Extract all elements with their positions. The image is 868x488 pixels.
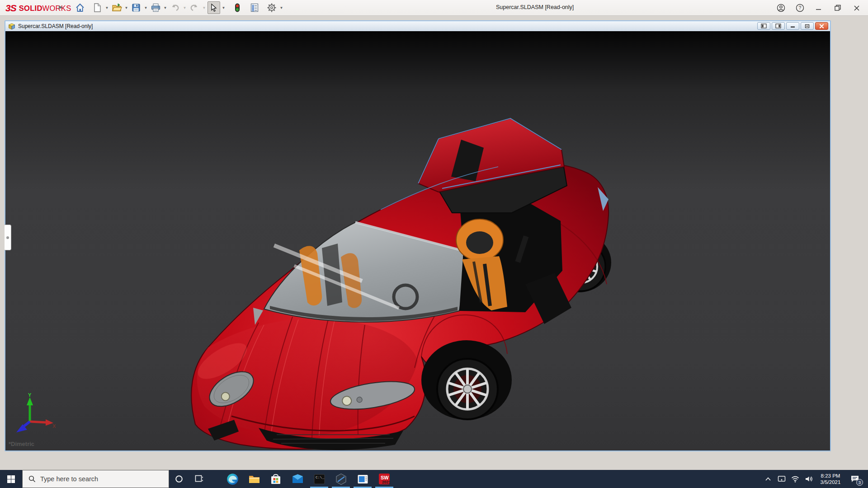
taskbar-solidworks[interactable]: SW 2021 bbox=[373, 470, 395, 488]
open-dropdown[interactable]: ▼ bbox=[123, 1, 129, 14]
select-cursor-icon bbox=[209, 3, 218, 12]
tray-clock[interactable]: 8:23 PM 3/5/2021 bbox=[816, 473, 845, 485]
volume-icon bbox=[805, 475, 813, 483]
display-icon bbox=[778, 475, 786, 483]
taskbar: C:\_ SW 2021 bbox=[0, 470, 868, 488]
search-input[interactable] bbox=[40, 475, 153, 483]
tray-display-button[interactable] bbox=[775, 470, 788, 488]
select-dropdown[interactable]: ▼ bbox=[221, 1, 226, 14]
mail-icon bbox=[292, 473, 304, 485]
new-document-dropdown[interactable]: ▼ bbox=[104, 1, 110, 14]
document-title: Supercar.SLDASM [Read-only] bbox=[18, 23, 93, 29]
tray-volume-button[interactable] bbox=[802, 470, 816, 488]
document-titlebar[interactable]: Supercar.SLDASM [Read-only] bbox=[5, 21, 830, 31]
open-button[interactable] bbox=[110, 1, 123, 14]
svg-text:C:\_: C:\_ bbox=[316, 475, 324, 479]
file-properties-icon bbox=[250, 3, 259, 13]
task-view-button[interactable] bbox=[189, 470, 209, 488]
app-title: Supercar.SLDASM [Read-only] bbox=[496, 4, 574, 10]
tray-date: 3/5/2021 bbox=[816, 479, 845, 485]
taskbar-window-app[interactable] bbox=[352, 470, 373, 488]
taskbar-mail[interactable] bbox=[287, 470, 308, 488]
doc-restore-button[interactable] bbox=[801, 22, 814, 30]
action-center-button[interactable]: 3 bbox=[845, 470, 864, 488]
close-icon bbox=[853, 5, 860, 12]
sw-year: 2021 bbox=[382, 480, 391, 484]
save-icon bbox=[131, 3, 141, 13]
options-dropdown[interactable]: ▼ bbox=[278, 1, 284, 14]
undo-icon bbox=[170, 3, 180, 13]
start-button[interactable] bbox=[0, 470, 22, 488]
windows-logo-icon bbox=[7, 475, 15, 483]
options-button[interactable] bbox=[265, 1, 278, 14]
taskbar-store[interactable] bbox=[265, 470, 287, 488]
redo-icon bbox=[189, 3, 199, 13]
taskbar-search-box[interactable] bbox=[22, 470, 169, 488]
store-icon bbox=[270, 473, 282, 485]
doc-minimize-button[interactable] bbox=[786, 22, 799, 30]
help-button[interactable]: ? bbox=[793, 2, 807, 14]
redo-dropdown[interactable]: ▼ bbox=[201, 1, 207, 14]
wifi-icon bbox=[791, 476, 799, 483]
doc-restore-icon bbox=[805, 24, 810, 28]
app-titlebar: 3S SOLID WORKS ▶ ▼ ▼ bbox=[0, 0, 868, 16]
home-icon bbox=[75, 3, 85, 13]
document-window: Supercar.SLDASM [Read-only] bbox=[5, 20, 831, 451]
view-orientation-label: *Dimetric bbox=[9, 441, 34, 447]
minimize-icon bbox=[815, 5, 822, 12]
pane-toggle-right-button[interactable] bbox=[772, 22, 785, 30]
tray-chevron-button[interactable] bbox=[761, 470, 775, 488]
undo-button[interactable] bbox=[169, 1, 181, 14]
help-icon: ? bbox=[796, 4, 804, 12]
rebuild-traffic-light-icon bbox=[233, 3, 242, 13]
undo-dropdown[interactable]: ▼ bbox=[182, 1, 188, 14]
search-icon bbox=[28, 475, 36, 483]
print-dropdown[interactable]: ▼ bbox=[162, 1, 168, 14]
triad-y-label: Y bbox=[28, 393, 32, 398]
main-toolbar: ▼ ▼ ▼ bbox=[74, 0, 284, 15]
pane-left-icon bbox=[761, 23, 767, 28]
file-explorer-icon bbox=[248, 473, 260, 485]
account-button[interactable] bbox=[774, 2, 788, 14]
brand-mark: 3S bbox=[5, 3, 16, 14]
solidworks-app-icon: SW 2021 bbox=[378, 473, 391, 485]
chevron-up-icon bbox=[765, 477, 771, 481]
print-button[interactable] bbox=[149, 1, 162, 14]
taskbar-edge[interactable] bbox=[222, 470, 243, 488]
doc-close-icon bbox=[819, 24, 824, 28]
rebuild-button[interactable] bbox=[231, 1, 244, 14]
orientation-triad: Y X bbox=[14, 393, 56, 434]
open-icon bbox=[112, 3, 122, 13]
taskbar-terminal[interactable]: C:\_ bbox=[308, 470, 330, 488]
minimize-button[interactable] bbox=[812, 2, 826, 14]
toolbar-expander-icon[interactable]: ▶ bbox=[59, 4, 62, 10]
restore-button[interactable] bbox=[831, 2, 844, 14]
home-button[interactable] bbox=[74, 1, 86, 14]
graphics-viewport[interactable]: Y X *Dimetric bbox=[5, 31, 830, 450]
pane-toggle-left-button[interactable] bbox=[757, 22, 770, 30]
notification-badge: 3 bbox=[856, 479, 863, 486]
new-document-button[interactable] bbox=[91, 1, 104, 14]
hexagon-app-icon bbox=[335, 473, 347, 485]
redo-button[interactable] bbox=[188, 1, 201, 14]
close-button[interactable] bbox=[850, 2, 863, 14]
taskbar-hexagon-app[interactable] bbox=[330, 470, 352, 488]
mdi-area: Supercar.SLDASM [Read-only] bbox=[0, 16, 868, 470]
task-view-icon bbox=[195, 475, 203, 483]
select-button[interactable] bbox=[208, 1, 220, 14]
triad-x-label: X bbox=[52, 423, 56, 429]
terminal-icon: C:\_ bbox=[313, 473, 326, 485]
svg-text:?: ? bbox=[798, 5, 801, 10]
save-dropdown[interactable]: ▼ bbox=[143, 1, 149, 14]
doc-close-button[interactable] bbox=[815, 22, 828, 30]
tray-time: 8:23 PM bbox=[816, 473, 845, 479]
file-properties-button[interactable] bbox=[248, 1, 261, 14]
account-icon bbox=[777, 4, 785, 12]
cortana-button[interactable] bbox=[169, 470, 189, 488]
taskbar-file-explorer[interactable] bbox=[243, 470, 265, 488]
save-button[interactable] bbox=[130, 1, 142, 14]
new-document-icon bbox=[92, 3, 102, 13]
collapsed-pane-tab[interactable] bbox=[5, 225, 11, 250]
tray-wifi-button[interactable] bbox=[788, 470, 802, 488]
window-app-icon bbox=[357, 473, 369, 485]
